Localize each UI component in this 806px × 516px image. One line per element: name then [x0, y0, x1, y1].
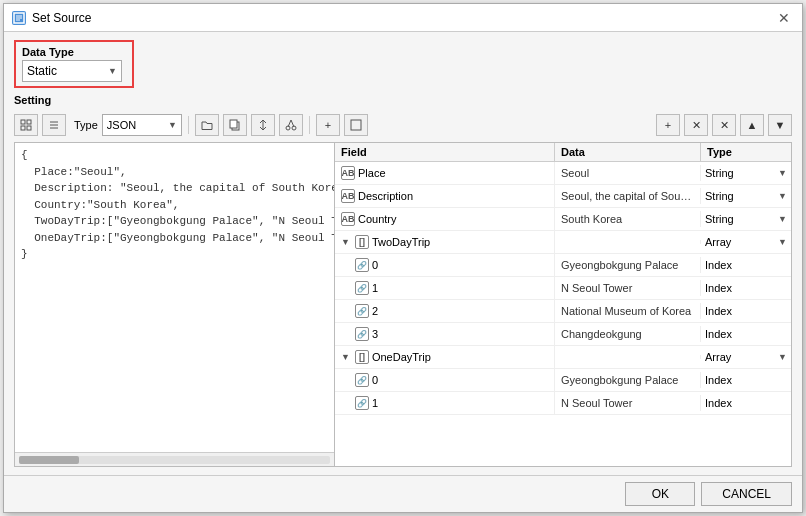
type-index: Index: [705, 259, 732, 271]
field-index-3: 3: [372, 328, 378, 340]
toolbar-btn-copy[interactable]: [223, 114, 247, 136]
dialog-footer: OK CANCEL: [4, 475, 802, 512]
json-editor-panel: { Place:"Seoul", Description: "Seoul, th…: [15, 143, 335, 466]
close-button[interactable]: ✕: [774, 8, 794, 28]
set-source-dialog: Set Source ✕ Data Type Static ▼ Setting: [3, 3, 803, 513]
cell-type-onedaytrip-0: Index: [701, 372, 791, 388]
toolbar-btn-up[interactable]: ▲: [740, 114, 764, 136]
table-row[interactable]: 🔗 0 Gyeongbokgung Palace Index: [335, 254, 791, 277]
cell-data-onedaytrip-0: Gyeongbokgung Palace: [555, 372, 701, 388]
cell-type-twodaytrip-2: Index: [701, 303, 791, 319]
type-string-3: String: [705, 213, 734, 225]
type-dropdown-arrow-4[interactable]: ▼: [778, 237, 787, 247]
data-type-section: Data Type Static ▼: [14, 40, 792, 88]
toolbar-btn-open[interactable]: [195, 114, 219, 136]
cell-type-twodaytrip: Array ▼: [701, 234, 791, 250]
type-dropdown-arrow-3[interactable]: ▼: [778, 214, 787, 224]
type-dropdown[interactable]: JSON ▼: [102, 114, 182, 136]
col-header-data: Data: [555, 143, 701, 161]
toolbar-btn-grid[interactable]: [14, 114, 38, 136]
table-body: AB Place Seoul String ▼: [335, 162, 791, 466]
title-bar: Set Source ✕: [4, 4, 802, 32]
table-row[interactable]: 🔗 1 N Seoul Tower Index: [335, 277, 791, 300]
toolbar-btn-collapse[interactable]: [344, 114, 368, 136]
chevron-down-icon: ▼: [108, 66, 117, 76]
type-dropdown-arrow-5[interactable]: ▼: [778, 352, 787, 362]
field-index-1: 1: [372, 282, 378, 294]
toolbar-btn-list[interactable]: [42, 114, 66, 136]
toolbar-btn-cut[interactable]: [279, 114, 303, 136]
cell-field-onedaytrip-1: 🔗 1: [335, 392, 555, 414]
svg-rect-18: [351, 120, 361, 130]
scroll-track: [19, 456, 330, 464]
table-row[interactable]: AB Description Seoul, the capital of Sou…: [335, 185, 791, 208]
data-type-value: Static: [27, 64, 57, 78]
right-toolbar: + ✕ ✕ ▲ ▼: [656, 114, 792, 136]
data-table-panel: Field Data Type AB Place Seoul: [335, 143, 791, 466]
toolbar-btn-add[interactable]: +: [316, 114, 340, 136]
type-index-5: Index: [705, 397, 732, 409]
type-array: Array: [705, 236, 731, 248]
cancel-button[interactable]: CANCEL: [701, 482, 792, 506]
cell-field-onedaytrip-0: 🔗 0: [335, 369, 555, 391]
cell-data-description: Seoul, the capital of South Korea, is a …: [555, 188, 701, 204]
table-row[interactable]: AB Place Seoul String ▼: [335, 162, 791, 185]
toolbar-btn-add-right[interactable]: +: [656, 114, 680, 136]
type-index-1: Index: [705, 282, 732, 294]
type-dropdown-arrow[interactable]: ▼: [778, 168, 787, 178]
type-dropdown-arrow-2[interactable]: ▼: [778, 191, 787, 201]
table-row[interactable]: ▼ [] TwoDayTrip Array ▼: [335, 231, 791, 254]
expand-icon[interactable]: ▼: [341, 237, 350, 247]
type-value: JSON: [107, 119, 136, 131]
field-icon-index-5: 🔗: [355, 396, 369, 410]
toolbar-btn-delete-2[interactable]: ✕: [712, 114, 736, 136]
json-editor[interactable]: { Place:"Seoul", Description: "Seoul, th…: [15, 143, 334, 452]
cell-data-twodaytrip-2: National Museum of Korea: [555, 303, 701, 319]
table-row[interactable]: 🔗 2 National Museum of Korea Index: [335, 300, 791, 323]
svg-rect-6: [21, 126, 25, 130]
field-icon-ab: AB: [341, 166, 355, 180]
field-icon-index: 🔗: [355, 258, 369, 272]
table-row[interactable]: 🔗 0 Gyeongbokgung Palace Index: [335, 369, 791, 392]
table-row[interactable]: AB Country South Korea String ▼: [335, 208, 791, 231]
cell-type-onedaytrip: Array ▼: [701, 349, 791, 365]
horizontal-scrollbar[interactable]: [15, 452, 334, 466]
field-index-5: 1: [372, 397, 378, 409]
dialog-title: Set Source: [32, 11, 91, 25]
svg-rect-4: [21, 120, 25, 124]
field-index-4: 0: [372, 374, 378, 386]
type-string-2: String: [705, 190, 734, 202]
expand-icon-2[interactable]: ▼: [341, 352, 350, 362]
setting-section: Setting Type JSON ▼: [14, 94, 792, 467]
toolbar-btn-sort[interactable]: [251, 114, 275, 136]
field-icon-ab: AB: [341, 189, 355, 203]
field-icon-index-4: 🔗: [355, 373, 369, 387]
cell-type-twodaytrip-3: Index: [701, 326, 791, 342]
type-index-3: Index: [705, 328, 732, 340]
scroll-thumb: [19, 456, 79, 464]
toolbar-btn-down[interactable]: ▼: [768, 114, 792, 136]
cell-field-twodaytrip: ▼ [] TwoDayTrip: [335, 231, 555, 253]
cell-data-place: Seoul: [555, 165, 701, 181]
ok-button[interactable]: OK: [625, 482, 695, 506]
cell-type-place: String ▼: [701, 165, 791, 181]
field-icon-index-3: 🔗: [355, 327, 369, 341]
data-type-dropdown[interactable]: Static ▼: [22, 60, 122, 82]
table-row[interactable]: 🔗 1 N Seoul Tower Index: [335, 392, 791, 415]
setting-label: Setting: [14, 94, 792, 106]
field-icon-array-2: []: [355, 350, 369, 364]
field-name-place: Place: [358, 167, 386, 179]
table-header: Field Data Type: [335, 143, 791, 162]
table-row[interactable]: 🔗 3 Changdeokgung Index: [335, 323, 791, 346]
svg-rect-12: [230, 120, 237, 128]
svg-line-16: [288, 120, 291, 127]
cell-field-country: AB Country: [335, 208, 555, 230]
toolbar-btn-delete-1[interactable]: ✕: [684, 114, 708, 136]
field-name-twodaytrip: TwoDayTrip: [372, 236, 430, 248]
cell-field-twodaytrip-0: 🔗 0: [335, 254, 555, 276]
cell-field-twodaytrip-3: 🔗 3: [335, 323, 555, 345]
cell-field-description: AB Description: [335, 185, 555, 207]
table-row[interactable]: ▼ [] OneDayTrip Array ▼: [335, 346, 791, 369]
col-header-type: Type: [701, 143, 791, 161]
cell-field-twodaytrip-2: 🔗 2: [335, 300, 555, 322]
